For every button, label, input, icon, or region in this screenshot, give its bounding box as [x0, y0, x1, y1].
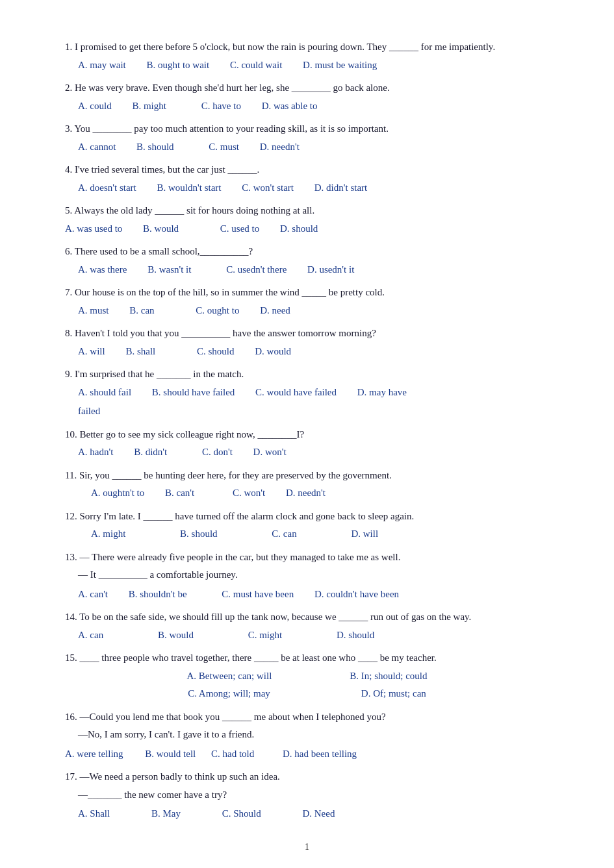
q10-optA: A. hadn't: [78, 447, 113, 457]
q9-overflow: failed: [78, 403, 549, 420]
q4-text: 4. I've tried several times, but the car…: [65, 162, 549, 179]
q12-optA: A. might: [91, 528, 125, 539]
q8-options: A. will B. shall C. should D. would: [78, 343, 549, 360]
question-3: 3. You ________ pay too much attention t…: [65, 121, 549, 155]
q16-optA: A. were telling: [65, 749, 123, 759]
q7-optB: B. can: [129, 305, 154, 316]
q17-line2: —_______ the new comer have a try?: [78, 787, 549, 804]
question-13: 13. — There were already five people in …: [65, 549, 549, 603]
q13-optD: D. couldn't have been: [314, 589, 399, 599]
question-14: 14. To be on the safe side, we should fi…: [65, 609, 549, 643]
q14-optD: D. should: [337, 630, 374, 640]
q1-options: A. may wait B. ought to wait C. could wa…: [78, 57, 549, 74]
q17-optD: D. Need: [302, 808, 335, 819]
q6-optD: D. usedn't it: [307, 264, 354, 275]
q4-optC: C. won't start: [242, 182, 294, 193]
q8-text: 8. Haven't I told you that you _________…: [65, 325, 549, 342]
q17-optC: C. Should: [222, 808, 261, 819]
q13-optC: C. must have been: [222, 589, 294, 599]
question-4: 4. I've tried several times, but the car…: [65, 162, 549, 196]
q17-optB: B. May: [151, 808, 181, 819]
q2-optC: C. have to: [201, 101, 241, 111]
question-12: 12. Sorry I'm late. I ______ have turned…: [65, 508, 549, 543]
q3-optB: B. should: [136, 142, 174, 152]
q1-optD: D. must be waiting: [303, 60, 377, 70]
q9-optB: B. should have failed: [152, 387, 235, 397]
q10-optD: D. won't: [253, 447, 287, 457]
q7-text: 7. Our house is on the top of the hill, …: [65, 284, 549, 301]
q4-optD: D. didn't start: [314, 182, 367, 193]
q15-optC: C. Among; will; may: [188, 686, 270, 702]
question-7: 7. Our house is on the top of the hill, …: [65, 284, 549, 319]
q11-optB: B. can't: [165, 488, 194, 498]
q9-optC: C. would have failed: [255, 387, 337, 397]
q3-text: 3. You ________ pay too much attention t…: [65, 121, 549, 138]
q17-optA: A. Shall: [78, 808, 110, 819]
q10-options: A. hadn't B. didn't C. don't D. won't: [78, 444, 549, 461]
q13-line2: — It __________ a comfortable journey.: [78, 567, 549, 584]
q9-optA: A. should fail: [78, 387, 131, 397]
q10-optC: C. don't: [202, 447, 233, 457]
q6-optC: C. usedn't there: [226, 264, 287, 275]
q7-optD: D. need: [260, 305, 290, 316]
q7-optA: A. must: [78, 305, 109, 316]
q1-optA: A. may wait: [78, 60, 126, 70]
q13-optA: A. can't: [78, 589, 108, 599]
question-17: 17. —We need a person badly to think up …: [65, 769, 549, 823]
q4-optB: B. wouldn't start: [157, 182, 222, 193]
q9-optD: D. may have: [357, 387, 407, 397]
q12-optB: B. should: [180, 528, 218, 539]
q11-optC: C. won't: [233, 488, 265, 498]
q17-options: A. Shall B. May C. Should D. Need: [78, 806, 549, 823]
q15-optD: D. Of; must; can: [361, 686, 426, 702]
q3-optA: A. cannot: [78, 142, 116, 152]
q11-options: A. oughtn't to B. can't C. won't D. need…: [91, 485, 549, 502]
q5-text: 5. Always the old lady ______ sit for ho…: [65, 203, 549, 219]
q1-optB: B. ought to wait: [146, 60, 209, 70]
q8-optC: C. should: [197, 346, 235, 356]
question-6: 6. There used to be a small school,_____…: [65, 243, 549, 278]
q4-options: A. doesn't start B. wouldn't start C. wo…: [78, 180, 549, 197]
q6-options: A. was there B. wasn't it C. usedn't the…: [78, 262, 549, 279]
q3-optD: D. needn't: [260, 142, 300, 152]
q14-optB: B. would: [158, 630, 194, 640]
q12-options: A. might B. should C. can D. will: [91, 526, 549, 543]
q2-optA: A. could: [78, 101, 112, 111]
question-15: 15. ____ three people who travel togethe…: [65, 650, 549, 702]
q5-optD: D. should: [280, 223, 318, 234]
q5-optA: A. was used to: [65, 223, 122, 234]
q15-optB: B. In; should; could: [350, 668, 427, 685]
q15-options: A. Between; can; will B. In; should; cou…: [65, 668, 549, 702]
q15-text: 15. ____ three people who travel togethe…: [65, 650, 549, 667]
q16-options: A. were telling B. would tell C. had tol…: [65, 746, 549, 763]
question-5: 5. Always the old lady ______ sit for ho…: [65, 203, 549, 237]
q13-options: A. can't B. shouldn't be C. must have be…: [78, 586, 549, 603]
q8-optD: D. would: [255, 346, 291, 356]
q9-options: A. should fail B. should have failed C. …: [78, 384, 549, 401]
q2-options: A. could B. might C. have to D. was able…: [78, 98, 549, 115]
q13-optB: B. shouldn't be: [129, 589, 187, 599]
q11-text: 11. Sir, you ______ be hunting deer here…: [65, 467, 549, 484]
q1-text: 1. I promised to get there before 5 o'cl…: [65, 39, 549, 56]
q1-optC: C. could wait: [230, 60, 282, 70]
question-8: 8. Haven't I told you that you _________…: [65, 325, 549, 360]
question-11: 11. Sir, you ______ be hunting deer here…: [65, 467, 549, 502]
q17-line1: 17. —We need a person badly to think up …: [65, 769, 549, 786]
q16-line2: —No, I am sorry, I can't. I gave it to a…: [78, 726, 549, 743]
q7-optC: C. ought to: [196, 305, 239, 316]
q14-optA: A. can: [78, 630, 103, 640]
q12-optD: D. will: [351, 528, 378, 539]
q6-optA: A. was there: [78, 264, 127, 275]
q3-optC: C. must: [209, 142, 239, 152]
q15-options-row2: C. Among; will; may D. Of; must; can: [188, 686, 426, 702]
question-16: 16. —Could you lend me that book you ___…: [65, 709, 549, 763]
q14-options: A. can B. would C. might D. should: [78, 627, 549, 644]
q16-optD: D. had been telling: [283, 749, 357, 759]
q16-line1: 16. —Could you lend me that book you ___…: [65, 709, 549, 726]
page-number: 1: [65, 842, 549, 852]
q3-options: A. cannot B. should C. must D. needn't: [78, 139, 549, 156]
q16-optC: C. had told: [211, 749, 254, 759]
q2-optD: D. was able to: [262, 101, 318, 111]
q6-text: 6. There used to be a small school,_____…: [65, 243, 549, 260]
q13-line1: 13. — There were already five people in …: [65, 549, 549, 566]
